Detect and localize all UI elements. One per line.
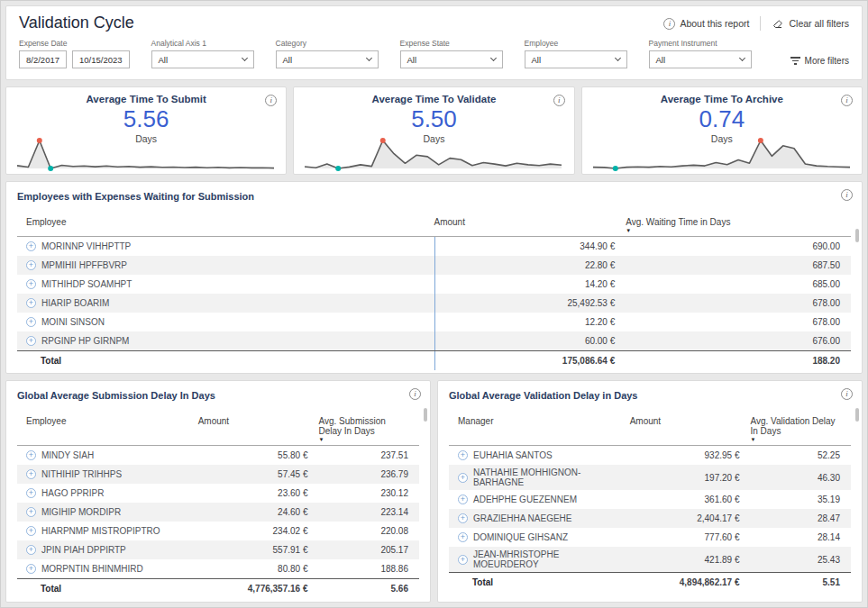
column-header-validation-delay[interactable]: Avg. Validation Delay In Days ▼ (750, 416, 840, 442)
expand-icon[interactable]: + (458, 513, 468, 523)
column-header-amount[interactable]: Amount (198, 416, 319, 426)
delay-days-value: 223.14 (318, 503, 419, 522)
sort-desc-icon: ▼ (750, 437, 840, 442)
employee-name: MINDY SIAH (41, 450, 94, 460)
expand-icon[interactable]: + (26, 526, 36, 536)
expand-icon[interactable]: + (26, 488, 36, 498)
waiting-days-value: 678.00 (626, 313, 851, 331)
total-amount: 175,086.64 € (434, 351, 626, 370)
kpi-unit: Days (6, 133, 286, 144)
expand-icon[interactable]: + (26, 469, 36, 479)
delay-days-value: 230.12 (318, 484, 419, 503)
table-row[interactable]: + MOINI SINSON 12.20 € 678.00 (17, 313, 851, 331)
column-header-amount[interactable]: Amount (630, 416, 751, 426)
table-row[interactable]: + HIARIP BOARIM 25,492.53 € 678.00 (17, 294, 851, 313)
kpi-card-avg-time-to-submit: i Average Time To Submit 5.56 Days (5, 86, 287, 176)
expand-icon[interactable]: + (26, 564, 36, 574)
scrollbar-thumb[interactable] (855, 408, 859, 422)
total-days: 188.20 (626, 351, 851, 370)
date-to-input[interactable]: 10/15/2023 (72, 50, 130, 68)
filter-label: Category (276, 39, 379, 48)
employee-name: MORPNTIN BHINMHIRD (41, 564, 143, 574)
info-icon[interactable]: i (841, 388, 853, 400)
expand-icon[interactable]: + (458, 532, 468, 542)
table-row[interactable]: + EUHAHIA SANTOS 932.95 € 52.25 (449, 446, 851, 465)
date-from-input[interactable]: 8/2/2017 (19, 50, 67, 68)
table-row[interactable]: + JEAN-MHRISTOPHE MOEURDEROY 421.89 € 25… (449, 547, 851, 572)
filter-dropdown-select[interactable]: All (525, 50, 627, 68)
scrollbar-thumb[interactable] (424, 408, 427, 422)
expand-icon[interactable]: + (26, 298, 36, 308)
expand-icon[interactable]: + (26, 260, 36, 270)
kpi-card-avg-time-to-archive: i Average Time To Archive 0.74 Days (581, 86, 863, 176)
column-header-amount[interactable]: Amount (434, 217, 626, 227)
info-icon[interactable]: i (409, 388, 421, 400)
manager-name: DOMINIQUE GIHSANZ (473, 532, 568, 542)
kpi-title: Average Time To Validate (294, 94, 573, 104)
table-header-row: Employee Amount Avg. Waiting Time in Day… (17, 213, 851, 237)
column-header-submission-delay[interactable]: Avg. Submission Delay In Days ▼ (318, 416, 408, 442)
table-row[interactable]: + DOMINIQUE GIHSANZ 777.60 € 28.14 (449, 528, 851, 547)
expand-icon[interactable]: + (458, 495, 468, 504)
kpi-unit: Days (582, 133, 862, 144)
table-row[interactable]: + MORINNP VIHHPTTP 344.90 € 690.00 (17, 237, 851, 256)
info-icon[interactable]: i (841, 189, 853, 201)
total-row: Total 4,776,357.16 € 5.66 (17, 578, 419, 598)
filter-dropdown-value: All (532, 55, 542, 65)
expand-icon[interactable]: + (26, 545, 36, 555)
table-row[interactable]: + MITHIHDP SOAMHPT 14.20 € 685.00 (17, 275, 851, 294)
table-row[interactable]: + MPMIHII HPFFBVRP 22.80 € 687.50 (17, 256, 851, 275)
filter-dropdown-select[interactable]: All (649, 50, 752, 68)
employee-name: HIARPNMP MISTROPIPTRO (41, 526, 160, 536)
expand-icon[interactable]: + (26, 317, 36, 327)
delay-days-value: 205.17 (318, 540, 419, 559)
table-row[interactable]: + HAGO PPRIPR 23.60 € 230.12 (17, 484, 419, 503)
more-filters-button[interactable]: More filters (790, 56, 849, 66)
filter-label: Expense Date (19, 39, 130, 48)
column-header-employee[interactable]: Employee (17, 217, 434, 227)
kpi-unit: Days (294, 133, 573, 144)
scrollbar-thumb[interactable] (855, 229, 859, 242)
total-label: Total (17, 351, 434, 370)
expand-icon[interactable]: + (458, 450, 468, 460)
table-row[interactable]: + HIARPNMP MISTROPIPTRO 234.02 € 220.08 (17, 522, 419, 540)
amount-value: 80.80 € (198, 559, 319, 578)
amount-value: 24.60 € (198, 503, 319, 522)
expand-icon[interactable]: + (458, 555, 468, 565)
column-header-manager[interactable]: Manager (449, 416, 630, 426)
employee-name: MITHIHDP SOAMHPT (41, 279, 132, 289)
table-row[interactable]: + NITHIHIP TRIHHPS 57.45 € 236.79 (17, 465, 419, 484)
employee-name: MIGIHIP MORDIPR (41, 507, 121, 517)
table-row[interactable]: + MIGIHIP MORDIPR 24.60 € 223.14 (17, 503, 419, 522)
table-row[interactable]: + MINDY SIAH 55.80 € 237.51 (17, 446, 419, 465)
table-row[interactable]: + MORPNTIN BHINMHIRD 80.80 € 188.86 (17, 559, 419, 578)
expand-icon[interactable]: + (26, 336, 36, 346)
table-row[interactable]: + GRAZIEHHA NAEGEHE 2,404.17 € 28.47 (449, 509, 851, 528)
expand-icon[interactable]: + (458, 473, 468, 483)
delay-days-value: 220.08 (318, 522, 419, 540)
filter-dropdown-select[interactable]: All (151, 50, 254, 68)
delay-days-value: 237.51 (318, 446, 419, 465)
column-header-waiting-time[interactable]: Avg. Waiting Time in Days ▼ (626, 217, 851, 233)
employee-name: HIARIP BOARIM (41, 298, 109, 308)
employee-name: MPMIHII HPFFBVRP (41, 260, 127, 270)
table-header-row: Manager Amount Avg. Validation Delay In … (449, 413, 851, 446)
filter-dropdown-value: All (656, 55, 666, 65)
clear-all-filters-button[interactable]: Clear all filters (772, 17, 849, 30)
total-days: 5.66 (318, 579, 419, 598)
filter-dropdown-value: All (159, 55, 169, 65)
filter-dropdown-select[interactable]: All (276, 50, 379, 68)
amount-value: 23.60 € (198, 484, 319, 503)
expand-icon[interactable]: + (26, 279, 36, 289)
employee-name: HAGO PPRIPR (41, 488, 104, 498)
expand-icon[interactable]: + (26, 507, 36, 517)
column-header-employee[interactable]: Employee (17, 416, 198, 426)
about-report-button[interactable]: i About this report (663, 18, 749, 30)
table-row[interactable]: + NATHAHIE MOHHIGNON-BARHAGNE 197.20 € 4… (449, 465, 851, 490)
expand-icon[interactable]: + (26, 450, 36, 460)
expand-icon[interactable]: + (26, 241, 36, 251)
filter-dropdown-select[interactable]: All (400, 50, 503, 68)
table-row[interactable]: + RPGINP HP GIRNPM 60.00 € 676.00 (17, 331, 851, 350)
table-row[interactable]: + JPIN PIAH DPPIRTP 557.91 € 205.17 (17, 540, 419, 559)
table-row[interactable]: + ADEHPHE GUEZENNEM 361.60 € 35.19 (449, 490, 851, 509)
